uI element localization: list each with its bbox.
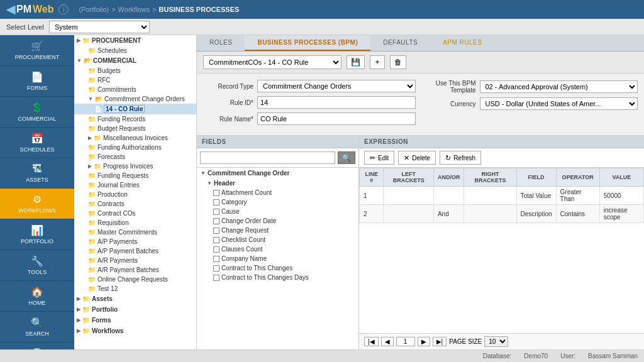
fields-search-input[interactable]	[200, 151, 335, 164]
tree-root-cco[interactable]: ▼ Commitment Change Order	[197, 168, 358, 178]
nav-master-commitments[interactable]: 📁 Master Commitments	[74, 228, 196, 237]
checkbox-contract-changes[interactable]	[213, 265, 219, 272]
nav-14-co-rule[interactable]: 📄 14 - CO Rule	[74, 104, 196, 114]
nav-assets[interactable]: ▶ 📁 Assets	[74, 293, 196, 304]
checkbox-change-request[interactable]	[213, 228, 219, 234]
page-first-button[interactable]: |◀	[364, 337, 379, 346]
add-button[interactable]: +	[370, 55, 385, 69]
tab-roles[interactable]: ROLES	[197, 35, 245, 51]
nav-commitments[interactable]: 📁 Commitments	[74, 85, 196, 94]
nav-procurement[interactable]: ▶ 📁 PROCUREMENT	[74, 35, 196, 46]
page-input[interactable]	[396, 337, 415, 346]
leaf-change-request-label: Change Request	[221, 227, 269, 234]
level-select[interactable]: System	[49, 21, 150, 33]
form-row-rule-id: Rule ID*	[203, 96, 416, 109]
delete-expr-button[interactable]: ✕ Delete	[398, 151, 436, 165]
nav-ar-payments[interactable]: 📁 A/R Payments	[74, 256, 196, 265]
nav-budget-requests[interactable]: 📁 Budget Requests	[74, 124, 196, 133]
col-operator: OPERATOR	[556, 168, 599, 187]
nav-contract-cos[interactable]: 📁 Contract COs	[74, 209, 196, 218]
nav-requisition[interactable]: 📁 Requisition	[74, 218, 196, 228]
nav-forms-label: Forms	[92, 317, 111, 324]
nav-test12[interactable]: 📁 Test 12	[74, 284, 196, 293]
nav-ap-batches[interactable]: 📁 A/P Payment Batches	[74, 246, 196, 256]
tree-leaf-cause[interactable]: Cause	[197, 207, 358, 216]
delete-button[interactable]: 🗑	[390, 55, 406, 69]
nav-funding-records[interactable]: 📁 Funding Records	[74, 114, 196, 124]
sidebar-item-procurement[interactable]: 🛒 PROCUREMENT	[0, 35, 74, 66]
nav-forecasts[interactable]: 📁 Forecasts	[74, 152, 196, 162]
info-icon[interactable]: i	[58, 4, 69, 14]
tab-business-processes[interactable]: BUSINESS PROCESSES (BPM)	[245, 35, 370, 51]
nav-portfolio-label: Portfolio	[92, 306, 118, 313]
sidebar-item-home[interactable]: 🏠 HOME	[0, 281, 74, 312]
sidebar-item-assets[interactable]: 🏗 ASSETS	[0, 158, 74, 189]
tree-leaf-clauses[interactable]: Clauses Count	[197, 244, 358, 254]
nav-funding-auth[interactable]: 📁 Funding Authorizations	[74, 143, 196, 152]
checkbox-clauses[interactable]	[213, 246, 219, 253]
nav-ap-payments[interactable]: 📁 A/P Payments	[74, 237, 196, 246]
record-type-select[interactable]: Commitment Change Orders	[257, 80, 416, 92]
nav-rfc[interactable]: 📁 RFC	[74, 75, 196, 85]
tree-leaf-change-order-date[interactable]: Change Order Date	[197, 216, 358, 226]
page-size-select[interactable]: 10	[484, 336, 508, 347]
tree-leaf-contract-days[interactable]: Contract to This Changes Days	[197, 273, 358, 282]
sidebar-item-portfolio[interactable]: 📊 PORTFOLIO	[0, 219, 74, 250]
edit-button[interactable]: ✏ Edit	[364, 151, 394, 165]
nav-forms[interactable]: ▶ 📁 Forms	[74, 315, 196, 326]
rule-name-input[interactable]	[257, 112, 416, 125]
nav-workflows[interactable]: ▶ 📁 Workflows	[74, 326, 196, 336]
page-next-button[interactable]: ▶	[418, 337, 430, 346]
nav-budgets[interactable]: 📁 Budgets	[74, 66, 196, 75]
refresh-button[interactable]: ↻ Refresh	[440, 151, 481, 165]
nav-funding-requests[interactable]: 📁 Funding Requests	[74, 171, 196, 180]
tree-leaf-contract-changes[interactable]: Contract to This Changes	[197, 263, 358, 273]
sidebar-item-tools[interactable]: 🔧 TOOLS	[0, 250, 74, 281]
checkbox-checklist[interactable]	[213, 237, 219, 243]
nav-portfolio[interactable]: ▶ 📁 Portfolio	[74, 304, 196, 315]
nav-ar-batches[interactable]: 📁 A/R Payment Batches	[74, 265, 196, 275]
nav-progress-invoices[interactable]: ▶ 📁 Progress Invoices	[74, 162, 196, 171]
expand-arrow-misc: ▶	[88, 135, 92, 141]
tree-leaf-change-request[interactable]: Change Request	[197, 226, 358, 235]
bpm-dropdown[interactable]: CommitmentCOs - 14 - CO Rule	[203, 55, 341, 69]
sidebar-item-search[interactable]: 🔍 SEARCH	[0, 312, 74, 343]
page-prev-button[interactable]: ◀	[381, 337, 394, 346]
fields-search-button[interactable]: 🔍	[338, 151, 355, 164]
checkbox-change-order-date[interactable]	[213, 218, 219, 224]
checkbox-contract-days[interactable]	[213, 275, 219, 281]
nav-schedules[interactable]: 📁 Schedules	[74, 46, 196, 55]
sidebar-item-schedules[interactable]: 📅 SCHEDULES	[0, 128, 74, 158]
workflows-icon: ⚙	[33, 194, 42, 206]
checkbox-attachment[interactable]	[213, 190, 219, 196]
checkbox-category[interactable]	[213, 199, 219, 206]
rule-id-input[interactable]	[257, 96, 416, 109]
save-button[interactable]: 💾	[347, 55, 365, 69]
tree-leaf-category[interactable]: Category	[197, 197, 358, 207]
left-nav-scroll[interactable]: ▶ 📁 PROCUREMENT 📁 Schedules ▼ 📂 COMMERCI…	[74, 35, 196, 349]
nav-journal-entries[interactable]: 📁 Journal Entries	[74, 180, 196, 190]
nav-production[interactable]: 📁 Production	[74, 190, 196, 199]
tree-leaf-checklist[interactable]: Checklist Count	[197, 235, 358, 244]
template-select[interactable]: 02 - Advanced Approval (System)	[480, 80, 638, 93]
sidebar-item-commercial[interactable]: 💲 COMMERCIAL	[0, 97, 74, 128]
checkbox-cause[interactable]	[213, 209, 219, 215]
sidebar-item-recent[interactable]: 🕐 RECENT	[0, 343, 74, 349]
row1-right-brackets	[464, 187, 516, 205]
nav-commercial[interactable]: ▼ 📂 COMMERCIAL	[74, 55, 196, 66]
sidebar-item-forms[interactable]: 📄 FORMS	[0, 66, 74, 97]
sidebar-item-workflows[interactable]: ⚙ WORKFLOWS	[0, 189, 74, 219]
currency-select[interactable]: USD - Dollar (United States of Amer...	[480, 97, 638, 110]
tree-leaf-attachment[interactable]: Attachment Count	[197, 188, 358, 197]
page-last-button[interactable]: ▶|	[433, 337, 447, 346]
tree-leaf-company[interactable]: Company Name	[197, 254, 358, 263]
nav-commitment-change-orders[interactable]: ▼ 📂 Commitment Change Orders	[74, 94, 196, 104]
nav-online-change[interactable]: 📁 Online Change Requests	[74, 275, 196, 284]
tree-group-header[interactable]: ▼ Header	[197, 178, 358, 188]
nav-fr-label: Funding Records	[97, 116, 145, 123]
nav-contracts[interactable]: 📁 Contracts	[74, 199, 196, 209]
tab-defaults[interactable]: DEFAULTS	[370, 35, 430, 51]
nav-misc-invoices[interactable]: ▶ 📁 Miscellaneous Invoices	[74, 133, 196, 143]
checkbox-company[interactable]	[213, 256, 219, 262]
tab-apm-rules[interactable]: APM RULES	[430, 35, 494, 51]
